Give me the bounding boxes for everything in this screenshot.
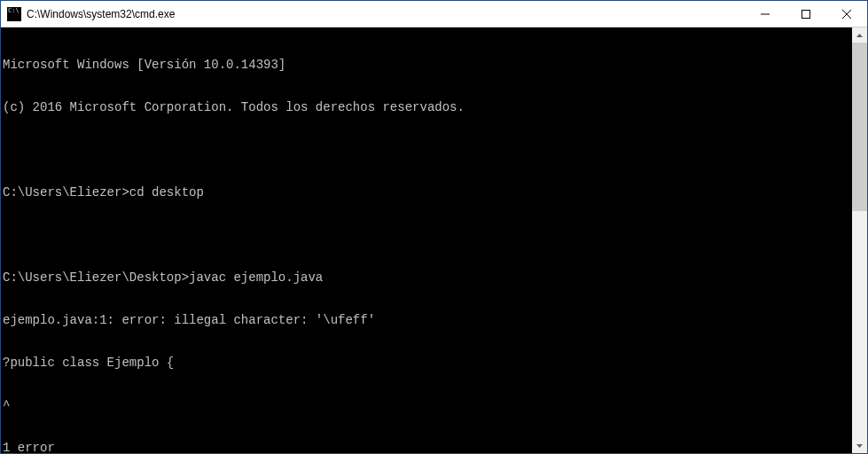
terminal-line <box>3 143 852 157</box>
minimize-button[interactable] <box>745 1 786 27</box>
terminal-line: ?public class Ejemplo { <box>3 356 852 370</box>
maximize-icon <box>802 10 810 19</box>
minimize-icon <box>761 10 770 19</box>
chevron-down-icon <box>856 444 863 448</box>
scroll-track[interactable] <box>852 43 867 438</box>
cmd-icon <box>7 7 21 21</box>
terminal-line: Microsoft Windows [Versión 10.0.14393] <box>3 58 852 72</box>
terminal-line: ^ <box>3 398 852 412</box>
svg-marker-4 <box>856 34 863 37</box>
terminal-line: C:\Users\Eliezer\Desktop>javac ejemplo.j… <box>3 270 852 285</box>
scroll-down-button[interactable] <box>852 438 867 453</box>
svg-marker-5 <box>856 444 863 448</box>
terminal-line: (c) 2016 Microsoft Corporation. Todos lo… <box>3 100 852 114</box>
maximize-button[interactable] <box>786 1 826 27</box>
titlebar[interactable]: C:\Windows\system32\cmd.exe <box>1 1 867 27</box>
window-controls <box>745 1 867 27</box>
close-button[interactable] <box>826 1 867 27</box>
terminal-output[interactable]: Microsoft Windows [Versión 10.0.14393] (… <box>1 27 852 453</box>
chevron-up-icon <box>856 34 863 37</box>
content-area: Microsoft Windows [Versión 10.0.14393] (… <box>1 27 867 453</box>
terminal-line: ejemplo.java:1: error: illegal character… <box>3 313 852 327</box>
svg-rect-1 <box>802 10 810 18</box>
close-icon <box>842 10 851 19</box>
scroll-up-button[interactable] <box>852 27 867 43</box>
scroll-thumb[interactable] <box>852 43 867 211</box>
terminal-line: 1 error <box>3 441 852 453</box>
terminal-line: C:\Users\Eliezer>cd desktop <box>3 185 852 200</box>
vertical-scrollbar[interactable] <box>852 27 867 453</box>
window-title: C:\Windows\system32\cmd.exe <box>27 8 745 20</box>
terminal-line <box>3 228 852 242</box>
